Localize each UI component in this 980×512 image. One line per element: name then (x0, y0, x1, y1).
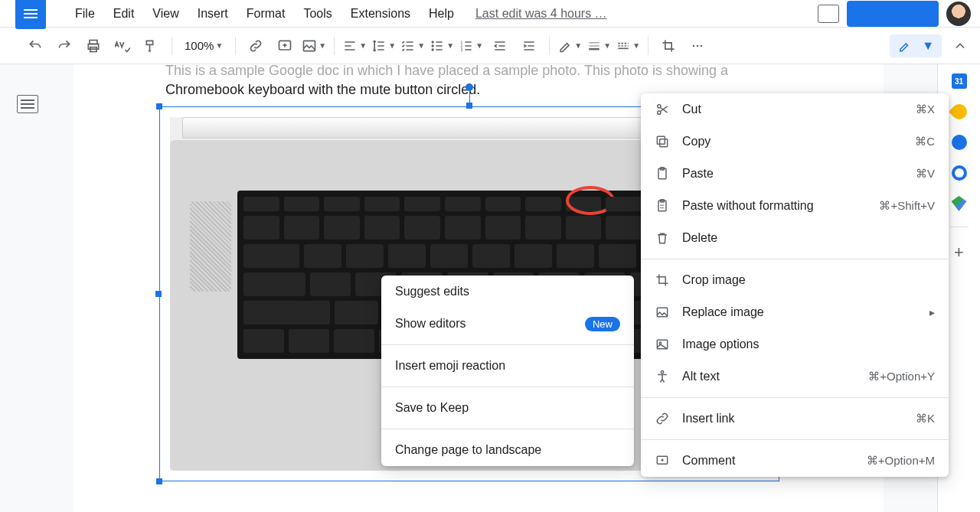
ctx-change-landscape[interactable]: Change page to landscape (381, 434, 634, 466)
separator (381, 429, 634, 429)
rotate-handle[interactable] (466, 83, 473, 91)
separator (381, 386, 634, 387)
tasks-app-icon[interactable] (952, 135, 967, 150)
separator (381, 344, 634, 345)
border-weight-button[interactable]: ▼ (586, 34, 611, 58)
image-options-icon (655, 337, 670, 352)
svg-point-13 (701, 44, 703, 47)
cut-icon (655, 102, 670, 117)
insert-image-button[interactable]: ▼ (302, 34, 326, 58)
decrease-indent-button[interactable] (488, 34, 512, 58)
separator (950, 227, 969, 227)
context-menu-left: Suggest edits Show editorsNew Insert emo… (381, 276, 634, 466)
svg-rect-17 (657, 136, 665, 144)
resize-handle-t[interactable] (466, 103, 472, 109)
toolbar: 100%▼ ▼ ▼ ▼ ▼ ▼ 123▼ ▼ ▼ ▼ ▼ (0, 28, 980, 64)
align-button[interactable]: ▼ (342, 34, 367, 58)
ctx-replace-image[interactable]: Replace image▸ (641, 296, 949, 328)
svg-point-14 (658, 111, 661, 114)
share-button[interactable] (847, 1, 939, 27)
border-dash-button[interactable]: ▼ (616, 34, 640, 58)
maps-app-icon[interactable] (952, 196, 967, 211)
menu-bar: File Edit View Insert Format Tools Exten… (0, 0, 980, 28)
svg-point-25 (661, 371, 663, 373)
meet-icon[interactable] (818, 5, 839, 23)
border-color-button[interactable]: ▼ (557, 34, 582, 58)
redo-button[interactable] (52, 34, 77, 58)
context-menu-right: Cut⌘X Copy⌘C Paste⌘V Paste without forma… (641, 93, 949, 477)
resize-handle-l[interactable] (155, 291, 162, 297)
delete-icon (655, 230, 670, 246)
contacts-app-icon[interactable] (952, 165, 967, 181)
collapse-toolbar-button[interactable] (948, 34, 972, 58)
left-rail (0, 64, 55, 512)
svg-point-7 (433, 49, 434, 51)
outline-icon[interactable] (17, 95, 38, 113)
ctx-cut[interactable]: Cut⌘X (641, 93, 949, 126)
calendar-app-icon[interactable]: 31 (952, 73, 967, 89)
comment-icon (655, 453, 670, 468)
svg-point-12 (697, 44, 699, 47)
add-comment-button[interactable] (273, 34, 297, 58)
ctx-paste[interactable]: Paste⌘V (641, 158, 949, 190)
numbered-list-button[interactable]: 123▼ (459, 34, 483, 58)
menu-insert[interactable]: Insert (190, 2, 236, 25)
ctx-suggest-edits[interactable]: Suggest edits (381, 276, 634, 308)
menu-format[interactable]: Format (239, 2, 293, 25)
undo-button[interactable] (23, 34, 47, 58)
ctx-image-options[interactable]: Image options (641, 328, 949, 360)
account-avatar[interactable] (946, 2, 971, 26)
menu-edit[interactable]: Edit (106, 2, 142, 25)
separator (648, 37, 648, 55)
separator (641, 439, 949, 440)
menu-tools[interactable]: Tools (296, 2, 339, 25)
insert-link-button[interactable] (243, 34, 268, 58)
editing-mode-button[interactable]: ▼ (890, 34, 942, 57)
ctx-insert-link[interactable]: Insert link⌘K (641, 403, 949, 435)
image-icon (655, 305, 670, 320)
svg-point-6 (433, 45, 434, 47)
crop-button[interactable] (656, 34, 681, 58)
print-button[interactable] (81, 34, 106, 58)
separator (235, 37, 236, 55)
paste-plain-icon (655, 198, 670, 214)
paste-icon (655, 166, 670, 181)
last-edit-link[interactable]: Last edit was 4 hours … (475, 7, 607, 21)
ctx-comment[interactable]: Comment⌘+Option+M (641, 445, 949, 477)
bulleted-list-button[interactable]: ▼ (430, 34, 454, 58)
submenu-arrow-icon: ▸ (929, 306, 935, 318)
menu-file[interactable]: File (67, 2, 103, 25)
ctx-insert-emoji-reaction[interactable]: Insert emoji reaction (381, 350, 634, 382)
keep-app-icon[interactable] (948, 101, 969, 122)
svg-point-15 (658, 105, 661, 108)
get-addons-button[interactable]: + (954, 243, 964, 263)
ctx-delete[interactable]: Delete (641, 222, 949, 254)
separator (549, 37, 550, 55)
docs-logo-icon[interactable] (15, 0, 46, 29)
resize-handle-bl[interactable] (156, 478, 162, 484)
paint-format-button[interactable] (139, 34, 164, 58)
spellcheck-button[interactable] (110, 34, 135, 58)
zoom-select[interactable]: 100%▼ (180, 39, 227, 52)
more-button[interactable] (685, 34, 710, 58)
checklist-button[interactable]: ▼ (400, 34, 425, 58)
copy-icon (655, 134, 670, 149)
resize-handle-tl[interactable] (156, 103, 162, 109)
svg-text:3: 3 (461, 47, 463, 51)
ctx-alt-text[interactable]: Alt text⌘+Option+Y (641, 360, 949, 393)
ctx-crop-image[interactable]: Crop image (641, 264, 949, 296)
menu-help[interactable]: Help (421, 2, 462, 25)
ctx-copy[interactable]: Copy⌘C (641, 126, 949, 158)
pencil-icon (897, 39, 911, 53)
svg-point-11 (693, 44, 695, 47)
separator (172, 37, 172, 55)
ctx-show-editors[interactable]: Show editorsNew (381, 308, 634, 340)
ctx-save-to-keep[interactable]: Save to Keep (381, 392, 634, 424)
ctx-paste-without-formatting[interactable]: Paste without formatting⌘+Shift+V (641, 190, 949, 222)
menu-extensions[interactable]: Extensions (343, 2, 418, 25)
svg-rect-16 (660, 139, 668, 147)
separator (334, 37, 335, 55)
increase-indent-button[interactable] (517, 34, 541, 58)
line-spacing-button[interactable]: ▼ (371, 34, 396, 58)
menu-view[interactable]: View (145, 2, 186, 25)
